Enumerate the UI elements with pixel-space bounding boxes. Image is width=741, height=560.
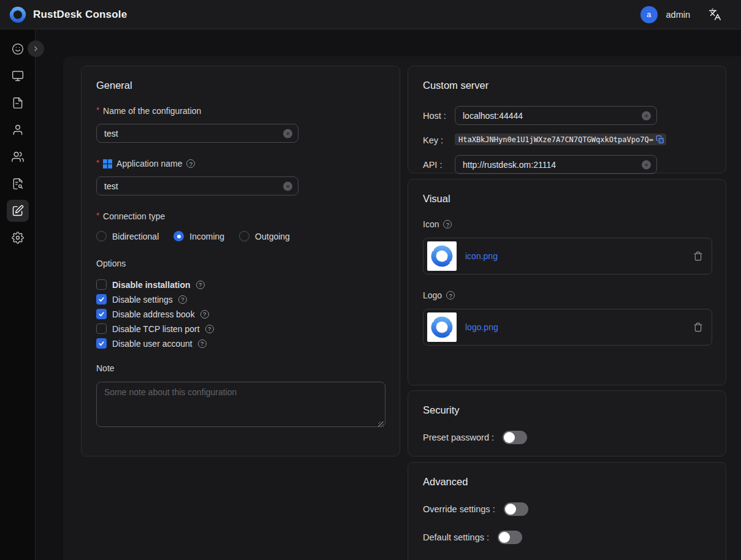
checkbox-label: Disable address book bbox=[112, 309, 195, 319]
translate-icon[interactable] bbox=[709, 8, 721, 21]
delete-logo-file-icon[interactable] bbox=[693, 322, 703, 332]
default-settings-toggle[interactable] bbox=[498, 531, 522, 544]
connection-type-group: Bidirectional Incoming Outgoing bbox=[96, 231, 385, 241]
logo-file-row: logo.png bbox=[423, 309, 712, 346]
config-name-input[interactable] bbox=[97, 124, 298, 142]
sidebar-item-documents[interactable] bbox=[7, 92, 29, 114]
preset-password-label: Preset password : bbox=[423, 433, 494, 442]
delete-icon-file-icon[interactable] bbox=[693, 251, 703, 261]
key-value-chip: HtaXBkJNHyn0e1U1jWXze7A7CN7QTGWqxkOtpaVp… bbox=[455, 134, 666, 145]
help-icon[interactable] bbox=[205, 325, 214, 333]
app-name-input[interactable] bbox=[97, 177, 298, 195]
help-icon[interactable] bbox=[196, 281, 205, 289]
api-input[interactable] bbox=[455, 156, 656, 173]
override-settings-toggle[interactable] bbox=[504, 502, 528, 516]
gear-icon bbox=[12, 232, 24, 244]
logo-label: Logo bbox=[423, 290, 442, 300]
note-label: Note bbox=[96, 363, 385, 373]
checkbox-label: Disable user account bbox=[112, 339, 192, 349]
host-label: Host : bbox=[423, 111, 455, 121]
checkbox-icon[interactable] bbox=[96, 309, 107, 319]
sidebar-expand-button[interactable] bbox=[28, 40, 44, 57]
radio-label: Incoming bbox=[189, 232, 224, 241]
sidebar-item-users[interactable] bbox=[7, 119, 29, 141]
help-icon[interactable] bbox=[186, 159, 195, 168]
avatar[interactable]: a bbox=[640, 6, 658, 23]
clear-app-name-icon[interactable] bbox=[283, 181, 292, 191]
sidebar-item-audit[interactable] bbox=[7, 173, 29, 195]
custom-server-card: Custom server Host : Key : HtaXBkJNHyn0e… bbox=[408, 66, 726, 173]
option-disable-installation[interactable]: Disable installation bbox=[96, 279, 385, 290]
brand: RustDesk Console bbox=[9, 6, 127, 24]
help-icon[interactable] bbox=[178, 295, 187, 304]
general-card: General * Name of the configuration * Ap… bbox=[81, 66, 400, 456]
checkbox-label: Disable settings bbox=[112, 295, 173, 305]
option-disable-user-account[interactable]: Disable user account bbox=[96, 338, 385, 349]
checkbox-icon[interactable] bbox=[96, 279, 107, 290]
logo-file-link[interactable]: logo.png bbox=[465, 322, 498, 332]
edit-square-icon bbox=[12, 205, 24, 217]
radio-icon bbox=[173, 231, 184, 241]
connection-type-label: Connection type bbox=[103, 211, 165, 221]
required-asterisk: * bbox=[96, 158, 99, 167]
checkbox-icon[interactable] bbox=[96, 324, 107, 334]
note-textarea[interactable] bbox=[96, 382, 386, 427]
username[interactable]: admin bbox=[666, 10, 691, 20]
file-audit-icon bbox=[12, 178, 24, 190]
icon-thumbnail bbox=[427, 241, 457, 271]
key-value: HtaXBkJNHyn0e1U1jWXze7A7CN7QTGWqxkOtpaVp… bbox=[458, 135, 653, 144]
options-label: Options bbox=[96, 259, 385, 268]
copy-icon[interactable] bbox=[656, 135, 664, 144]
users-icon bbox=[12, 151, 24, 163]
custom-server-title: Custom server bbox=[423, 80, 711, 91]
preset-password-toggle[interactable] bbox=[503, 431, 527, 444]
sidebar-item-settings[interactable] bbox=[7, 227, 29, 249]
radio-bidirectional[interactable]: Bidirectional bbox=[96, 231, 159, 241]
help-icon[interactable] bbox=[198, 339, 207, 348]
option-disable-tcp-listen-port[interactable]: Disable TCP listen port bbox=[96, 324, 385, 334]
top-bar: RustDesk Console a admin bbox=[0, 0, 741, 29]
sidebar-item-devices[interactable] bbox=[7, 65, 29, 87]
radio-incoming[interactable]: Incoming bbox=[173, 231, 224, 241]
checkbox-icon[interactable] bbox=[96, 294, 107, 305]
clear-host-icon[interactable] bbox=[642, 111, 651, 120]
help-icon[interactable] bbox=[446, 291, 455, 300]
checkbox-label: Disable installation bbox=[112, 280, 191, 290]
monitor-icon bbox=[12, 70, 24, 82]
main-panel: General * Name of the configuration * Ap… bbox=[63, 56, 741, 560]
sidebar-item-custom-clients[interactable] bbox=[7, 200, 29, 222]
api-field bbox=[455, 155, 657, 174]
default-settings-label: Default settings : bbox=[423, 532, 489, 542]
host-input[interactable] bbox=[455, 107, 656, 124]
chevron-right-icon bbox=[32, 45, 40, 53]
help-icon[interactable] bbox=[200, 310, 209, 319]
key-label: Key : bbox=[423, 135, 455, 145]
sidebar-item-groups[interactable] bbox=[7, 146, 29, 168]
checkbox-icon[interactable] bbox=[96, 338, 107, 349]
clear-api-icon[interactable] bbox=[642, 160, 651, 169]
icon-file-row: icon.png bbox=[423, 238, 712, 274]
icon-file-link[interactable]: icon.png bbox=[465, 251, 498, 261]
option-disable-address-book[interactable]: Disable address book bbox=[96, 309, 385, 319]
radio-label: Outgoing bbox=[255, 232, 290, 241]
rustdesk-logo-icon bbox=[9, 6, 27, 24]
advanced-card: Advanced Override settings : Default set… bbox=[408, 462, 726, 560]
override-settings-label: Override settings : bbox=[423, 504, 495, 514]
app-title: RustDesk Console bbox=[33, 9, 127, 21]
advanced-title: Advanced bbox=[423, 476, 711, 488]
api-label: API : bbox=[423, 160, 455, 170]
smile-icon bbox=[12, 43, 24, 55]
user-icon bbox=[12, 124, 24, 136]
security-title: Security bbox=[423, 404, 711, 416]
option-disable-settings[interactable]: Disable settings bbox=[96, 294, 385, 305]
radio-outgoing[interactable]: Outgoing bbox=[239, 231, 290, 241]
logo-thumbnail bbox=[427, 312, 457, 342]
sidebar-item-status[interactable] bbox=[7, 38, 29, 60]
icon-label: Icon bbox=[423, 219, 439, 229]
windows-logo-icon bbox=[103, 159, 112, 168]
clear-config-name-icon[interactable] bbox=[283, 129, 292, 138]
host-field bbox=[455, 106, 657, 125]
help-icon[interactable] bbox=[443, 220, 452, 229]
security-card: Security Preset password : bbox=[408, 390, 726, 456]
radio-icon bbox=[96, 231, 107, 241]
